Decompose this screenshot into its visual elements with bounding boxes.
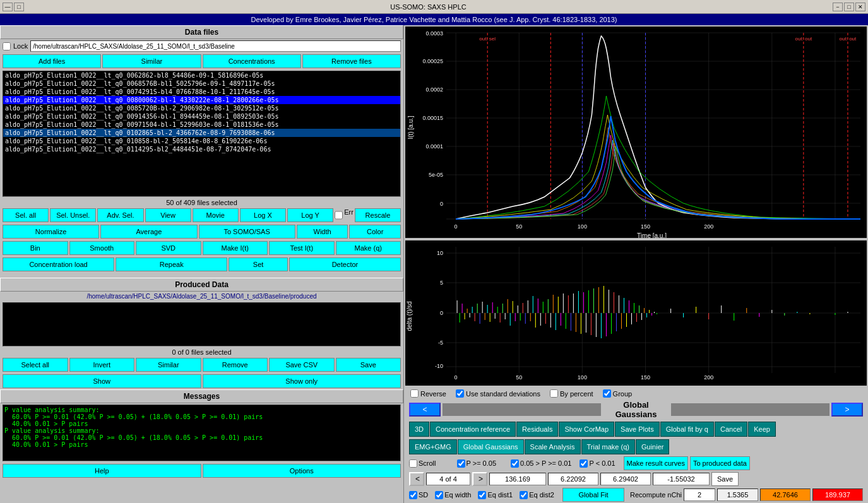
concentration-load-button[interactable]: Concentration load [3,257,114,271]
nchi-input[interactable] [684,488,715,501]
close-btn-title[interactable]: ✕ [855,3,865,11]
tab-residuals[interactable]: Residuals [516,422,558,437]
list-item-selected2[interactable]: aldo_pH7p5_Elution1_0022__lt_q0_0102865-… [3,129,400,137]
p-range-checkbox[interactable] [511,459,519,468]
list-item[interactable]: aldo_pH7p5_Elution1_0022__lt_q0_0085720B… [3,104,400,112]
use-sd-checkbox[interactable] [456,389,464,398]
smooth-button[interactable]: Smooth [69,241,135,255]
prev-nav-button[interactable]: < [409,403,441,417]
eq-dist1-checkbox[interactable] [478,491,486,499]
bin-button[interactable]: Bin [3,241,68,255]
to-somo-sas-button[interactable]: To SOMO/SAS [199,225,295,239]
width-button[interactable]: Width [297,225,348,239]
sel-unsel-button[interactable]: Sel. Unsel. [50,208,96,222]
tab-3d[interactable]: 3D [409,422,429,437]
view-button[interactable]: View [145,208,191,222]
to-produced-data-button[interactable]: To produced data [690,456,750,470]
tab-guinier[interactable]: Guinier [636,439,669,454]
make-q-button[interactable]: Make (q) [336,241,401,255]
detector-button[interactable]: Detector [289,257,401,271]
similar-button[interactable]: Similar [102,54,201,68]
select-all-button[interactable]: Select all [3,358,68,372]
list-item[interactable]: aldo_pH7p5_Elution1_0022__lt_q0_0074291S… [3,88,400,96]
tab-scale-analysis[interactable]: Scale Analysis [525,439,581,454]
show-button[interactable]: Show [3,374,201,388]
min-btn[interactable]: − [833,3,843,11]
chi-val2-input[interactable] [760,488,811,501]
concentrations-button[interactable]: Concentrations [203,54,301,68]
movie-button[interactable]: Movie [193,208,239,222]
tab-trial-make-q[interactable]: Trial make (q) [581,439,635,454]
normalize-button[interactable]: Normalize [3,225,99,239]
page-next-button[interactable]: > [472,472,487,486]
p-lt-001-checkbox[interactable] [580,459,588,468]
color-button[interactable]: Color [349,225,401,239]
p-ge-005-checkbox[interactable] [457,459,465,468]
list-item[interactable]: aldo_pH7p5_Elution1_0022__lt_q0_0062862-… [3,71,400,80]
list-item[interactable]: aldo_pH7p5_Elution1_0022__lt_q0_00914356… [3,112,400,121]
red-val-input[interactable] [812,488,863,501]
scroll-checkbox[interactable] [409,459,417,468]
file-list[interactable]: aldo_pH7p5_Elution1_0022__lt_q0_0062862-… [3,71,401,197]
group-checkbox[interactable] [603,389,611,398]
show-only-button[interactable]: Show only [203,374,401,388]
val2-input[interactable] [548,473,598,485]
set-button[interactable]: Set [229,257,288,271]
produced-files-list[interactable] [3,302,401,346]
list-item[interactable]: aldo_pH7p5_Elution1_0022__lt_q0_0114295-… [3,145,400,153]
max-btn[interactable]: □ [844,3,854,11]
average-button[interactable]: Average [100,225,197,239]
tab-global-gaussians[interactable]: Global Gaussians [458,439,524,454]
val1-input[interactable] [489,473,546,485]
err-checkbox[interactable] [335,208,343,222]
invert-button[interactable]: Invert [69,358,135,372]
repeak-button[interactable]: Repeak [116,257,227,271]
list-item[interactable]: aldo_pH7p5_Elution1_0022__lt_q0_0068576B… [3,80,400,88]
eq-width-checkbox[interactable] [435,491,443,499]
list-item[interactable]: aldo_pH7p5_Elution1_0022__lt_q0_010858-b… [3,137,400,145]
tab-concentration-reference[interactable]: Concentration reference [430,422,516,437]
page-label-input[interactable] [426,473,470,485]
add-files-button[interactable]: Add files [3,54,101,68]
chi-val1-input[interactable] [717,488,758,501]
tab-save-plots[interactable]: Save Plots [615,422,660,437]
data-file-path[interactable] [30,40,401,52]
rescale-button[interactable]: Rescale [355,208,401,222]
help-button[interactable]: Help [3,464,201,478]
tab-global-fit-q[interactable]: Global fit by q [660,422,714,437]
list-item-selected[interactable]: aldo_pH7p5_Elution1_0022__lt_q0_00800062… [3,96,400,104]
log-x-button[interactable]: Log X [240,208,286,222]
similar-prod-button[interactable]: Similar [136,358,201,372]
val4-input[interactable] [653,473,710,485]
make-it-button[interactable]: Make I(t) [203,241,268,255]
lock-checkbox[interactable] [3,42,11,50]
tab-show-cormap[interactable]: Show CorMap [559,422,614,437]
p-ge-005-label: P >= 0.05 [457,459,497,468]
remove-files-button[interactable]: Remove files [302,54,401,68]
minimize-icon[interactable]: □ [14,3,24,11]
val3-input[interactable] [600,473,651,485]
sd-checkbox[interactable] [409,491,417,499]
make-result-curves-button[interactable]: Make result curves [624,456,688,470]
save-gaussian-button[interactable]: Save [711,472,739,486]
reverse-checkbox[interactable] [410,389,419,398]
test-it-button[interactable]: Test I(t) [269,241,335,255]
global-fit-button[interactable]: Global Fit [562,488,624,502]
save-prod-button[interactable]: Save [336,358,401,372]
tab-emg-gmg[interactable]: EMG+GMG [409,439,457,454]
options-button[interactable]: Options [203,464,401,478]
log-y-button[interactable]: Log Y [287,208,333,222]
page-prev-button[interactable]: < [409,472,424,486]
by-percent-checkbox[interactable] [550,389,558,398]
list-item[interactable]: aldo_pH7p5_Elution1_0022__lt_q0_00971504… [3,121,400,129]
adv-sel-button[interactable]: Adv. Sel. [97,208,143,222]
next-nav-button[interactable]: > [831,403,863,417]
eq-dist2-checkbox[interactable] [520,491,528,499]
keep-button[interactable]: Keep [748,422,776,437]
sel-all-button[interactable]: Sel. all [3,208,49,222]
svd-button[interactable]: SVD [136,241,201,255]
system-menu-icon[interactable]: — [3,3,13,11]
save-csv-button[interactable]: Save CSV [269,358,335,372]
remove-button[interactable]: Remove [203,358,268,372]
cancel-button[interactable]: Cancel [715,422,747,437]
